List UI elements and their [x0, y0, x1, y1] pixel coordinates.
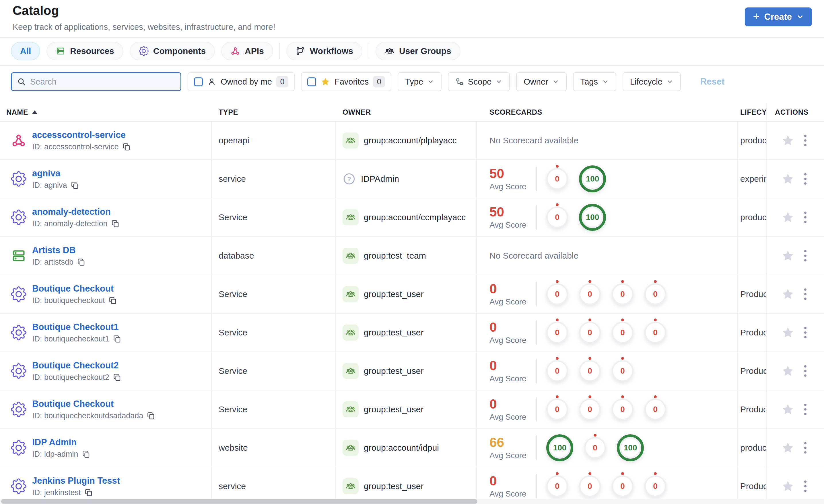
score-divider — [536, 166, 536, 191]
column-header-type: TYPE — [212, 103, 336, 121]
entity-name-link[interactable]: agniva — [32, 168, 79, 178]
tab-workflows[interactable]: Workflows — [286, 42, 363, 60]
scorecard-badge-value: 0 — [620, 366, 625, 376]
kebab-menu-icon[interactable] — [803, 287, 808, 301]
copy-icon[interactable] — [113, 373, 121, 382]
lifecycle-filter-dropdown[interactable]: Lifecycle — [623, 72, 681, 91]
copy-icon[interactable] — [111, 219, 120, 228]
entity-name-link[interactable]: anomaly-detection — [32, 207, 120, 217]
favorites-checkbox[interactable] — [307, 78, 316, 86]
copy-icon[interactable] — [146, 411, 155, 420]
table-rows: accesscontrol-service ID: accesscontrol-… — [0, 122, 766, 504]
tab-apis[interactable]: APIs — [221, 42, 273, 60]
kebab-menu-icon[interactable] — [803, 479, 808, 494]
entity-name-link[interactable]: Boutique Checkout2 — [32, 360, 121, 371]
copy-icon[interactable] — [108, 296, 117, 305]
copy-icon[interactable] — [77, 258, 86, 266]
copy-icon[interactable] — [84, 488, 93, 497]
entity-owner: group:test_user — [364, 289, 423, 299]
table-row: Boutique Checkout2 ID: boutiquecheckout2… — [0, 352, 766, 390]
column-header-owner: OWNER — [336, 103, 477, 121]
entity-name-link[interactable]: Boutique Checkout1 — [32, 322, 121, 332]
favorite-star-icon[interactable] — [781, 364, 795, 378]
tab-label: User Groups — [399, 46, 451, 56]
type-filter-dropdown[interactable]: Type — [398, 72, 441, 91]
scorecard-badge: 0 — [546, 475, 568, 497]
scorecard-badge: 0 — [546, 283, 568, 305]
create-button[interactable]: + Create — [745, 7, 812, 26]
favorite-star-icon[interactable] — [781, 211, 795, 224]
copy-icon[interactable] — [82, 450, 90, 459]
tab-components[interactable]: Components — [130, 42, 215, 60]
favorite-star-icon[interactable] — [781, 480, 795, 493]
entity-name-link[interactable]: IDP Admin — [32, 437, 90, 448]
column-header-name[interactable]: NAME — [0, 103, 212, 121]
scorecard-badge: 0 — [644, 322, 666, 344]
table-scroll-area: NAME TYPE OWNER SCORECARDS LIFECYCLE acc… — [0, 103, 766, 504]
column-header-scorecards: SCORECARDS — [477, 103, 738, 121]
favorites-filter[interactable]: Favorites 0 — [301, 72, 391, 91]
favorite-star-icon[interactable] — [781, 172, 795, 185]
kebab-menu-icon[interactable] — [803, 171, 808, 186]
tags-filter-dropdown[interactable]: Tags — [573, 72, 616, 91]
owned-by-me-checkbox[interactable] — [194, 78, 203, 86]
favorite-star-icon[interactable] — [781, 249, 795, 262]
dropdown-label: Tags — [581, 77, 598, 87]
entity-id: ID: boutiquecheckout — [32, 296, 105, 305]
entity-id: ID: idp-admin — [32, 450, 78, 459]
tab-user-groups[interactable]: User Groups — [376, 42, 460, 60]
favorite-star-icon[interactable] — [781, 287, 795, 301]
owned-by-me-label: Owned by me — [221, 77, 272, 87]
kebab-menu-icon[interactable] — [803, 364, 808, 378]
scorecard-badge: 100 — [579, 204, 606, 231]
scope-filter-dropdown[interactable]: Scope — [448, 72, 510, 91]
owner-filter-dropdown[interactable]: Owner — [516, 72, 566, 91]
scorecard-badge-value: 0 — [588, 366, 592, 376]
kebab-menu-icon[interactable] — [803, 325, 808, 340]
entity-type: service — [219, 481, 246, 491]
tab-label: Workflows — [310, 46, 353, 56]
kebab-menu-icon[interactable] — [803, 210, 808, 225]
scorecard-badge: 0 — [612, 322, 633, 344]
kebab-menu-icon[interactable] — [803, 248, 808, 263]
scorecard-badge: 0 — [612, 283, 633, 305]
entity-id: ID: boutiquecheckout2 — [32, 373, 109, 382]
owned-by-me-filter[interactable]: Owned by me 0 — [188, 72, 295, 91]
copy-icon[interactable] — [71, 181, 79, 190]
dropdown-label: Owner — [524, 77, 548, 87]
entity-name-link[interactable]: accesscontrol-service — [32, 130, 131, 140]
gear-icon — [11, 171, 26, 186]
kebab-menu-icon[interactable] — [803, 440, 808, 455]
group-icon — [342, 363, 358, 379]
gear-icon — [11, 440, 26, 456]
entity-name-link[interactable]: Artists DB — [32, 245, 86, 255]
copy-icon[interactable] — [113, 335, 121, 343]
scorecard-badge: 0 — [579, 475, 601, 497]
kebab-menu-icon[interactable] — [803, 133, 808, 148]
kebab-menu-icon[interactable] — [803, 402, 808, 417]
scorecard-badge-value: 100 — [553, 443, 566, 453]
chevron-icon — [666, 78, 674, 85]
entity-name-link[interactable]: Boutique Checkout — [32, 283, 117, 294]
horizontal-scrollbar-thumb[interactable] — [1, 499, 478, 504]
entity-owner: group:test_user — [364, 328, 423, 338]
entity-name-link[interactable]: Boutique Checkout — [32, 399, 155, 409]
favorite-star-icon[interactable] — [781, 134, 795, 147]
search-input[interactable] — [30, 77, 175, 87]
favorite-star-icon[interactable] — [781, 441, 795, 455]
avg-score-block: 0Avg Score — [490, 359, 536, 383]
scorecard-badge-value: 0 — [620, 482, 625, 491]
entity-name-link[interactable]: Jenkins Plugin Tesst — [32, 476, 120, 486]
reset-filters-link[interactable]: Reset — [700, 77, 724, 87]
api-icon — [230, 46, 240, 56]
copy-icon[interactable] — [122, 142, 131, 151]
no-scorecard-text: No Scorecard available — [490, 251, 579, 261]
tab-all[interactable]: All — [11, 42, 40, 60]
favorite-star-icon[interactable] — [781, 326, 795, 339]
scope-icon — [455, 78, 464, 86]
table-row: Boutique Checkout1 ID: boutiquecheckout1… — [0, 313, 766, 352]
tab-resources[interactable]: Resources — [46, 42, 123, 60]
favorite-star-icon[interactable] — [781, 403, 795, 416]
chevron-icon — [427, 78, 434, 85]
plus-icon: + — [753, 11, 759, 22]
